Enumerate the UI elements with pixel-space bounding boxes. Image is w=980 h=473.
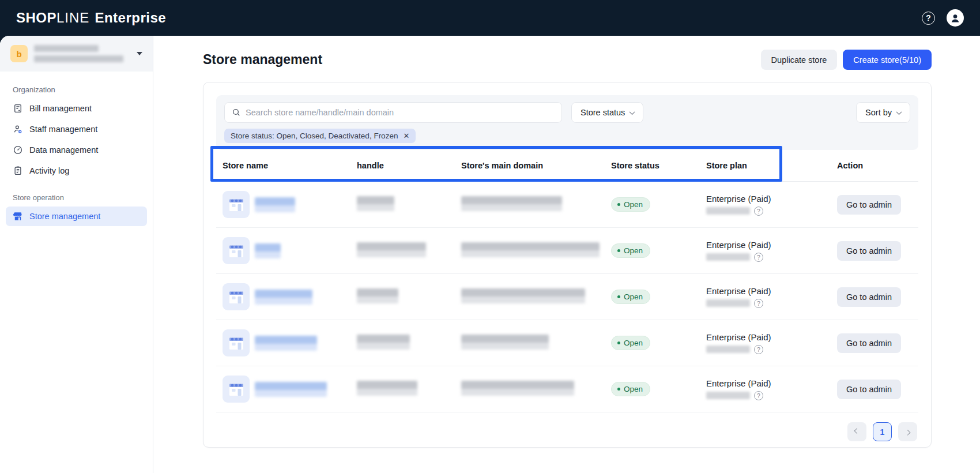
store-plan-label: Enterprise (Paid) bbox=[706, 194, 837, 204]
filter-bar: Store status Sort by Store status: Open,… bbox=[216, 95, 918, 150]
column-header-store-plan[interactable]: Store plan bbox=[706, 161, 837, 170]
store-name-redacted[interactable] bbox=[255, 243, 281, 258]
sort-by-label: Sort by bbox=[865, 108, 892, 117]
store-name-redacted[interactable] bbox=[255, 290, 312, 305]
chevron-down-icon bbox=[630, 109, 635, 115]
filter-chip-label: Store status: Open, Closed, Deactivated,… bbox=[231, 132, 398, 140]
remove-filter-icon[interactable]: ✕ bbox=[403, 132, 409, 140]
plan-expiry-redacted bbox=[706, 253, 750, 261]
go-to-admin-button[interactable]: Go to admin bbox=[837, 241, 901, 261]
column-header-store-status[interactable]: Store status bbox=[611, 161, 706, 170]
column-header-handle[interactable]: handle bbox=[357, 161, 461, 170]
storefront-thumbnail-icon bbox=[226, 379, 247, 400]
status-dot-icon bbox=[617, 203, 620, 206]
main-content: Store management Duplicate store Create … bbox=[153, 36, 980, 473]
store-status-filter-label: Store status bbox=[581, 108, 625, 117]
create-store-button[interactable]: Create store(5/10) bbox=[843, 50, 932, 70]
sidebar-item-label: Store management bbox=[29, 212, 100, 221]
chevron-down-icon bbox=[896, 109, 902, 115]
sidebar-item-staff-management[interactable]: Staff management bbox=[6, 119, 147, 139]
person-icon bbox=[949, 12, 961, 24]
store-list-card: Store status Sort by Store status: Open,… bbox=[203, 82, 932, 448]
search-box[interactable] bbox=[224, 102, 562, 123]
plan-expiry-redacted bbox=[706, 207, 750, 215]
status-dot-icon bbox=[617, 388, 620, 391]
store-domain-redacted bbox=[461, 288, 585, 303]
logo-enterprise-text: Enterprise bbox=[95, 10, 166, 26]
status-dot-icon bbox=[617, 295, 620, 298]
store-handle-redacted bbox=[357, 288, 398, 303]
status-label: Open bbox=[624, 292, 643, 301]
store-plan-label: Enterprise (Paid) bbox=[706, 286, 837, 296]
status-badge: Open bbox=[611, 382, 650, 396]
help-circle-icon[interactable]: ? bbox=[754, 253, 763, 262]
org-name-line-redacted bbox=[34, 45, 99, 52]
store-status-filter-button[interactable]: Store status bbox=[571, 102, 643, 123]
help-icon[interactable]: ? bbox=[922, 12, 935, 25]
go-to-admin-button[interactable]: Go to admin bbox=[837, 380, 901, 399]
org-name-redacted bbox=[34, 45, 130, 62]
previous-page-button[interactable] bbox=[847, 422, 866, 441]
storefront-thumbnail-icon bbox=[226, 194, 247, 215]
section-label-organization: Organization bbox=[6, 82, 147, 99]
duplicate-store-button[interactable]: Duplicate store bbox=[761, 50, 838, 70]
help-circle-icon[interactable]: ? bbox=[754, 299, 763, 308]
help-circle-icon[interactable]: ? bbox=[754, 207, 763, 216]
store-name-redacted[interactable] bbox=[255, 336, 317, 351]
storefront-thumbnail-icon bbox=[226, 333, 247, 354]
sidebar-item-label: Bill management bbox=[29, 104, 92, 113]
store-name-redacted[interactable] bbox=[255, 197, 295, 212]
organization-selector[interactable]: b bbox=[0, 36, 153, 72]
bill-icon bbox=[13, 103, 23, 114]
sidebar-item-store-management[interactable]: Store management bbox=[6, 207, 147, 226]
status-badge: Open bbox=[611, 290, 650, 304]
help-circle-icon[interactable]: ? bbox=[754, 391, 763, 400]
status-dot-icon bbox=[617, 341, 620, 344]
pagination: 1 bbox=[216, 412, 918, 441]
chevron-down-icon bbox=[137, 52, 142, 55]
go-to-admin-button[interactable]: Go to admin bbox=[837, 287, 901, 307]
storefront-thumbnail-icon bbox=[226, 241, 247, 261]
sidebar: b Organization Bill management Staff man… bbox=[0, 36, 153, 473]
sidebar-item-activity-log[interactable]: Activity log bbox=[6, 161, 147, 181]
user-avatar[interactable] bbox=[947, 9, 964, 27]
next-page-button[interactable] bbox=[898, 422, 917, 441]
search-input[interactable] bbox=[246, 108, 555, 117]
store-handle-redacted bbox=[357, 196, 394, 211]
table-row: Open Enterprise (Paid) ? Go to admin bbox=[216, 366, 918, 412]
sidebar-item-data-management[interactable]: Data management bbox=[6, 140, 147, 160]
sidebar-item-label: Activity log bbox=[29, 166, 69, 175]
store-status-filter-chip: Store status: Open, Closed, Deactivated,… bbox=[224, 129, 416, 143]
plan-expiry-redacted bbox=[706, 392, 750, 399]
plan-expiry-redacted bbox=[706, 346, 750, 353]
column-header-store-name[interactable]: Store name bbox=[223, 161, 357, 170]
store-domain-redacted bbox=[461, 242, 600, 257]
status-label: Open bbox=[624, 385, 643, 393]
store-name-redacted[interactable] bbox=[255, 382, 327, 397]
logo-shop-text: SHOP bbox=[16, 10, 56, 26]
sidebar-item-label: Staff management bbox=[29, 125, 97, 134]
table-row: Open Enterprise (Paid) ? Go to admin bbox=[216, 274, 918, 320]
current-page-button[interactable]: 1 bbox=[873, 422, 892, 441]
sort-by-button[interactable]: Sort by bbox=[856, 102, 910, 123]
shopline-enterprise-logo: SHOPLINEEnterprise bbox=[16, 10, 166, 26]
store-plan-label: Enterprise (Paid) bbox=[706, 332, 837, 342]
go-to-admin-button[interactable]: Go to admin bbox=[837, 195, 901, 215]
logo-line-text: LINE bbox=[56, 10, 89, 26]
org-subname-line-redacted bbox=[34, 55, 123, 62]
status-badge: Open bbox=[611, 243, 650, 258]
column-header-action[interactable]: Action bbox=[837, 161, 918, 170]
sidebar-item-bill-management[interactable]: Bill management bbox=[6, 99, 147, 118]
section-label-store-operation: Store operation bbox=[6, 190, 147, 207]
column-header-main-domain[interactable]: Store's main domain bbox=[461, 161, 611, 170]
store-domain-redacted bbox=[461, 196, 562, 211]
table-header-row: Store name handle Store's main domain St… bbox=[216, 150, 918, 182]
store-thumbnail bbox=[223, 329, 250, 356]
store-handle-redacted bbox=[357, 242, 426, 257]
sidebar-item-label: Data management bbox=[29, 145, 98, 155]
store-plan-label: Enterprise (Paid) bbox=[706, 240, 837, 250]
org-avatar: b bbox=[10, 45, 28, 62]
go-to-admin-button[interactable]: Go to admin bbox=[837, 333, 901, 353]
store-thumbnail bbox=[223, 283, 250, 310]
help-circle-icon[interactable]: ? bbox=[754, 345, 763, 354]
